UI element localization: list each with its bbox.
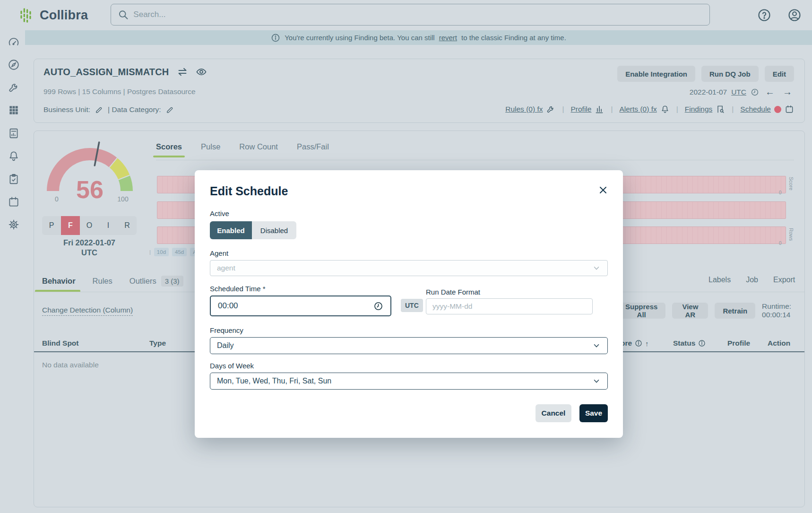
save-button[interactable]: Save bbox=[579, 404, 608, 422]
disabled-option[interactable]: Disabled bbox=[252, 221, 296, 239]
days-of-week-select[interactable]: Mon, Tue, Wed, Thu, Fri, Sat, Sun bbox=[210, 373, 608, 390]
scheduled-time-label: Scheduled Time * bbox=[210, 285, 266, 293]
clock-icon[interactable] bbox=[373, 301, 383, 311]
days-of-week-value: Mon, Tue, Wed, Thu, Fri, Sat, Sun bbox=[217, 377, 331, 385]
chevron-down-icon bbox=[592, 341, 601, 350]
chevron-down-icon bbox=[592, 377, 601, 385]
scheduled-time-input[interactable] bbox=[218, 301, 336, 311]
active-toggle: Enabled Disabled bbox=[210, 221, 296, 239]
enabled-option[interactable]: Enabled bbox=[210, 221, 252, 239]
chevron-down-icon bbox=[592, 264, 601, 272]
agent-placeholder: agent bbox=[217, 264, 235, 272]
active-label: Active bbox=[210, 209, 229, 217]
frequency-value: Daily bbox=[217, 341, 234, 350]
close-icon[interactable] bbox=[597, 184, 609, 196]
run-date-format-label: Run Date Format bbox=[426, 288, 480, 296]
agent-select[interactable]: agent bbox=[210, 260, 608, 276]
agent-label: Agent bbox=[210, 249, 228, 257]
frequency-select[interactable]: Daily bbox=[210, 337, 608, 354]
modal-title: Edit Schedule bbox=[210, 184, 288, 198]
frequency-label: Frequency bbox=[210, 326, 243, 334]
cancel-button[interactable]: Cancel bbox=[536, 404, 571, 422]
utc-badge: UTC bbox=[401, 299, 423, 312]
days-of-week-label: Days of Week bbox=[210, 362, 254, 370]
run-date-format-input[interactable] bbox=[432, 302, 586, 311]
run-date-input-wrapper bbox=[426, 298, 593, 314]
scheduled-time-input-wrapper bbox=[210, 296, 391, 316]
edit-schedule-modal: Edit Schedule Active Enabled Disabled Ag… bbox=[195, 170, 623, 438]
